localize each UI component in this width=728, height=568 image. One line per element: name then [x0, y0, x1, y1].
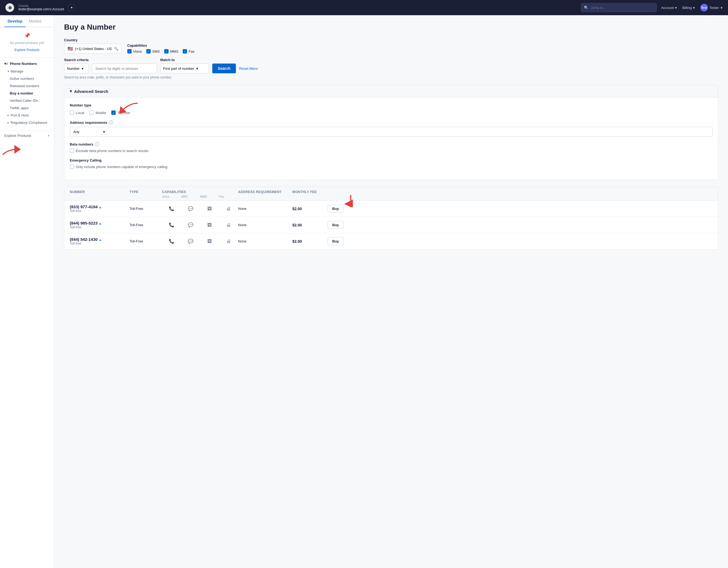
main-content: Buy a Number Country 🇺🇸 (+1) United Stat…	[54, 15, 728, 568]
phone-number: (833) 977-4184 ▲	[70, 204, 129, 209]
chevron-down-icon-criteria: ▾	[82, 67, 84, 71]
emergency-calling-checkbox-item[interactable]: Only include phone numbers capable of em…	[70, 165, 713, 169]
fax-checkbox[interactable]: ✓	[183, 49, 187, 53]
capability-mms[interactable]: ✓ MMS	[164, 49, 178, 53]
subcol-voice: Voice	[162, 195, 181, 198]
sms-checkbox[interactable]: ✓	[146, 49, 151, 53]
search-button[interactable]: Search	[212, 64, 236, 73]
number-cell: (844) 985-5223 ▲ Toll-free	[70, 221, 129, 229]
address-req-cell: None	[238, 223, 292, 227]
beta-numbers-title: Beta numbers i	[70, 142, 713, 146]
us-flag-icon: 🇺🇸	[68, 46, 73, 51]
explore-products-link[interactable]: Explore Products	[15, 48, 39, 52]
toll-free-checkbox-item[interactable]: ✓ Toll-free	[111, 111, 130, 115]
number-type-badge: Toll-free	[70, 225, 129, 229]
tab-develop[interactable]: Develop	[4, 15, 26, 27]
type-cell: Toll-Free	[129, 207, 162, 211]
table-rows: (833) 977-4184 ▲ Toll-free Toll-Free 📞 💬…	[64, 201, 718, 249]
address-req-select[interactable]: Any ▾	[70, 127, 713, 137]
billing-nav-item[interactable]: Billing ▾	[682, 6, 695, 10]
search-hint: Search by area code, prefix, or characte…	[64, 75, 718, 79]
address-req-info-icon[interactable]: i	[109, 120, 113, 125]
tab-monitor[interactable]: Monitor	[26, 15, 45, 27]
beta-numbers-checkbox-item[interactable]: Exclude beta phone numbers in search res…	[70, 149, 713, 153]
mobile-checkbox-item[interactable]: Mobile	[90, 111, 106, 115]
buy-button[interactable]: Buy	[328, 205, 344, 213]
mms-checkbox[interactable]: ✓	[164, 49, 169, 53]
sidebar-item-verified-caller-ids[interactable]: Verified Caller IDs	[0, 97, 54, 104]
type-cell: Toll-Free	[129, 223, 162, 227]
up-triangle-icon: ▲	[99, 206, 102, 209]
sidebar-item-port-host[interactable]: ▸ Port & Host	[0, 112, 54, 119]
phone-numbers-label: Phone Numbers	[10, 62, 37, 66]
capability-voice[interactable]: ✓ Voice	[127, 49, 142, 53]
page-title: Buy a Number	[64, 23, 718, 31]
reset-filters-button[interactable]: Reset filters	[239, 67, 258, 71]
advanced-search-body: Number type Local Mobile ✓ Toll-free	[64, 98, 718, 180]
number-cell: (844) 542-1430 ▲ Toll-free	[70, 237, 129, 245]
account-nav-item[interactable]: Account ▾	[661, 6, 677, 10]
number-type-section: Number type Local Mobile ✓ Toll-free	[70, 103, 713, 115]
number-type-row: Local Mobile ✓ Toll-free	[70, 111, 713, 115]
chevron-right-icon-reg: ▸	[8, 121, 9, 124]
beta-numbers-checkbox[interactable]	[70, 149, 74, 153]
table-header: Number Type Capabilities Address Require…	[64, 187, 718, 195]
voice-checkbox[interactable]: ✓	[127, 49, 132, 53]
buy-button[interactable]: Buy	[328, 221, 344, 229]
local-checkbox[interactable]	[70, 111, 74, 115]
emergency-calling-checkbox[interactable]	[70, 165, 74, 169]
sidebar-item-phone-numbers[interactable]: ▾ # Phone Numbers	[0, 60, 54, 68]
subcol-fax: Fax	[219, 195, 238, 198]
buy-button[interactable]: Buy	[328, 237, 344, 245]
local-checkbox-item[interactable]: Local	[70, 111, 84, 115]
app-layout: Develop Monitor 📌 No pinned products yet…	[0, 15, 728, 568]
console-label: Console	[18, 4, 64, 7]
account-info: Console tester@example.com's Account	[18, 4, 64, 11]
search-digits-input[interactable]	[92, 64, 157, 73]
advanced-search-card: ▾ Advanced Search Number type Local Mobi…	[64, 85, 718, 180]
match-to-select[interactable]: First part of number ▾	[160, 64, 209, 73]
sidebar-manage-item[interactable]: ▾ Manage	[0, 68, 54, 75]
monthly-fee-cell: $2.00	[292, 207, 328, 211]
fax-cap-icon: 🖨	[219, 239, 238, 244]
table-subheader: Voice SMS MMS Fax	[64, 195, 718, 201]
beta-info-icon[interactable]: i	[95, 142, 99, 146]
country-capabilities-row: Country 🇺🇸 (+1) United States - US 🔍 Cap…	[64, 38, 718, 53]
sidebar-item-active-numbers[interactable]: Active numbers	[0, 75, 54, 82]
match-to-label: Match to	[160, 58, 209, 62]
account-dropdown-btn[interactable]: ▾	[68, 4, 75, 11]
search-icon: 🔍	[584, 5, 588, 10]
country-group: Country 🇺🇸 (+1) United States - US 🔍	[64, 38, 122, 53]
global-search-input[interactable]	[591, 6, 654, 10]
capability-fax[interactable]: ✓ Fax	[183, 49, 195, 53]
sidebar-item-released-numbers[interactable]: Released numbers	[0, 82, 54, 90]
sms-cap-icon: 💬	[181, 206, 200, 211]
number-type-title: Number type	[70, 103, 713, 107]
search-criteria-label: Search criteria	[64, 58, 88, 62]
sidebar-item-buy-number[interactable]: Buy a number	[0, 90, 54, 97]
col-action-header	[328, 190, 360, 194]
col-monthly-fee-header: Monthly fee	[292, 190, 328, 194]
global-search[interactable]: 🔍	[581, 3, 657, 12]
monthly-fee-cell: $2.00	[292, 223, 328, 227]
mobile-checkbox[interactable]	[90, 111, 94, 115]
advanced-search-header[interactable]: ▾ Advanced Search	[64, 85, 718, 98]
chevron-right-icon-port: ▸	[8, 114, 9, 117]
search-btn-group: _ Search Reset filters	[212, 58, 258, 73]
user-menu[interactable]: Test Tester ▾	[700, 4, 723, 11]
search-criteria-select[interactable]: Number ▾	[64, 64, 88, 73]
country-select[interactable]: 🇺🇸 (+1) United States - US 🔍	[64, 44, 122, 53]
capability-sms[interactable]: ✓ SMS	[146, 49, 160, 53]
fax-cap-icon: 🖨	[219, 206, 238, 211]
sidebar-item-twiml-apps[interactable]: TwiML apps	[0, 104, 54, 112]
toll-free-checkbox[interactable]: ✓	[111, 111, 116, 115]
country-label: Country	[64, 38, 122, 42]
no-pinned-text: No pinned products yet!	[4, 41, 50, 45]
chevron-down-icon-manage: ▾	[8, 70, 9, 73]
sidebar-item-regulatory[interactable]: ▸ Regulatory Compliance	[0, 119, 54, 126]
explore-products-button[interactable]: Explore Products +	[0, 131, 54, 140]
col-number-header: Number	[70, 190, 129, 194]
pinned-products: 📌 No pinned products yet! Explore Produc…	[0, 27, 54, 58]
phone-numbers-section: ▾ # Phone Numbers ▾ Manage Active number…	[0, 58, 54, 128]
search-criteria-row: Search criteria Number ▾ _ Match to Firs…	[64, 58, 718, 73]
